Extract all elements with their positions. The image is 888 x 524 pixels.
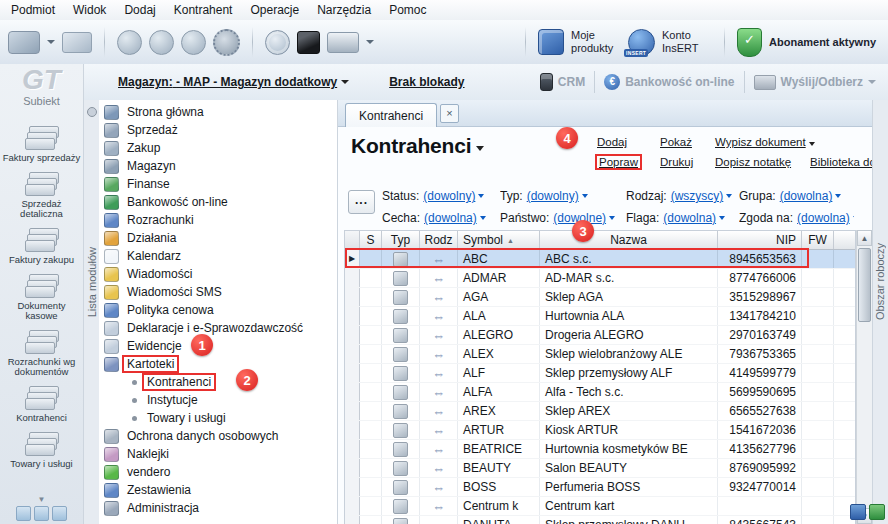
table-row[interactable]: ALA Hurtownia ALA 1341784210: [345, 307, 855, 326]
popraw-link[interactable]: Popraw: [597, 156, 640, 168]
tree-item[interactable]: Magazyn: [99, 157, 337, 175]
row-selector-cell[interactable]: [345, 459, 360, 477]
chevron-down-icon[interactable]: [835, 194, 841, 198]
printer-icon[interactable]: [327, 32, 359, 53]
konto-insert-label[interactable]: Konto InsERT: [662, 29, 712, 54]
rail-module-button[interactable]: Towary i usługi: [0, 432, 83, 470]
wypisz-dokument-link[interactable]: Wypisz dokument: [715, 136, 815, 148]
column-header[interactable]: Nazwa: [540, 231, 718, 249]
table-row[interactable]: ABC ABC s.c. 8945653563: [345, 250, 855, 269]
menu-item[interactable]: Podmiot: [2, 1, 64, 19]
tab-close-button[interactable]: ×: [440, 104, 459, 123]
chevron-down-icon[interactable]: [341, 80, 349, 84]
row-selector-cell[interactable]: [345, 383, 360, 401]
dodaj-link[interactable]: Dodaj: [597, 136, 627, 148]
chevron-down-icon[interactable]: [719, 216, 725, 220]
tree-item[interactable]: Deklaracje i e-Sprawozdawczość: [99, 319, 337, 337]
row-selector-cell[interactable]: [345, 250, 360, 268]
bankowosc-button[interactable]: Bankowość on-line: [604, 74, 734, 90]
menu-item[interactable]: Narzędzia: [308, 1, 380, 19]
rail-module-button[interactable]: Dokumenty kasowe: [0, 274, 83, 322]
magazyn-selector[interactable]: Magazyn: - MAP - Magazyn dodatkowy: [118, 75, 337, 89]
chevron-down-icon[interactable]: [853, 216, 854, 220]
globe-icon[interactable]: [265, 30, 290, 55]
wyslij-odbierz-button[interactable]: Wyślij/Odbierz: [754, 75, 876, 90]
tree-item[interactable]: Naklejki: [99, 445, 337, 463]
view-tile-icon[interactable]: [16, 506, 31, 521]
stamp-icon[interactable]: [117, 30, 142, 55]
table-row[interactable]: AREX Sklep AREX 6565527638: [345, 402, 855, 421]
tray-green-icon[interactable]: [869, 504, 885, 520]
table-row[interactable]: Centrum k Centrum kart: [345, 497, 855, 516]
table-row[interactable]: BOSS Perfumeria BOSS 9324770014: [345, 478, 855, 497]
row-selector-cell[interactable]: [345, 421, 360, 439]
vertical-scrollbar[interactable]: ▲ ▼: [856, 230, 872, 524]
tree-item[interactable]: Zakup: [99, 139, 337, 157]
scrollbar-thumb[interactable]: [858, 248, 871, 322]
table-row[interactable]: AGA Sklep AGA 3515298967: [345, 288, 855, 307]
row-selector-cell[interactable]: [345, 497, 360, 515]
chevron-down-icon[interactable]: [726, 194, 732, 198]
tray-blue-icon[interactable]: [850, 504, 866, 520]
rail-module-button[interactable]: Faktury sprzedaży: [0, 126, 83, 164]
column-header[interactable]: Symbol: [458, 231, 540, 249]
tree-item[interactable]: Administracja: [99, 499, 337, 517]
column-header[interactable]: Rodz: [420, 231, 458, 249]
row-selector-cell[interactable]: [345, 269, 360, 287]
row-selector-cell[interactable]: [345, 440, 360, 458]
dopisz-notatke-link[interactable]: Dopisz notatkę: [715, 156, 791, 168]
table-row[interactable]: ADMAR AD-MAR s.c. 8774766006: [345, 269, 855, 288]
rail-module-button[interactable]: Faktury zakupu: [0, 228, 83, 266]
table-row[interactable]: BEAUTY Salon BEAUTY 8769095992: [345, 459, 855, 478]
row-selector-cell[interactable]: [345, 345, 360, 363]
tree-item[interactable]: vendero: [99, 463, 337, 481]
row-selector-cell[interactable]: [345, 326, 360, 344]
chevron-down-icon[interactable]: [609, 216, 615, 220]
chevron-down-icon[interactable]: [476, 146, 484, 151]
tree-item[interactable]: Rozrachunki: [99, 211, 337, 229]
filter-options-button[interactable]: ...: [348, 190, 375, 214]
tab-kontrahenci[interactable]: Kontrahenci: [345, 103, 437, 127]
tree-item[interactable]: Działania: [99, 229, 337, 247]
tree-item[interactable]: Zestawienia: [99, 481, 337, 499]
row-selector-cell[interactable]: [345, 288, 360, 306]
tree-item[interactable]: Wiadomości SMS: [99, 283, 337, 301]
tree-item[interactable]: Kontrahenci: [99, 373, 337, 391]
drukuj-link[interactable]: Drukuj: [660, 156, 693, 168]
tree-item[interactable]: Ochrona danych osobowych: [99, 427, 337, 445]
rail-module-button[interactable]: Kontrahenci: [0, 386, 83, 424]
table-row[interactable]: ARTUR Kiosk ARTUR 1541672036: [345, 421, 855, 440]
row-selector-cell[interactable]: [345, 516, 360, 524]
tree-item[interactable]: Wiadomości: [99, 265, 337, 283]
crm-button[interactable]: CRM: [540, 73, 585, 91]
tree-item[interactable]: Polityka cenowa: [99, 301, 337, 319]
cube-icon[interactable]: [297, 31, 320, 54]
table-row[interactable]: BEATRICE Hurtownia kosmetyków BE 4135627…: [345, 440, 855, 459]
filter-value-dropdown[interactable]: (dowolny): [527, 189, 579, 203]
filter-value-dropdown[interactable]: (dowolne): [553, 211, 606, 225]
rail-scroll-chevrons[interactable]: ▼: [38, 496, 46, 504]
chevron-down-icon[interactable]: [366, 40, 374, 44]
chevron-down-icon[interactable]: [47, 40, 55, 44]
table-row[interactable]: ALF Sklep przemysłowy ALF 4149599779: [345, 364, 855, 383]
menu-item[interactable]: Kontrahent: [165, 1, 242, 19]
table-row[interactable]: ALFA Alfa - Tech s.c. 5699590695: [345, 383, 855, 402]
rail-module-button[interactable]: Sprzedaż detaliczna: [0, 172, 83, 220]
column-header[interactable]: NIP: [718, 231, 802, 249]
table-row[interactable]: DANUTA Sklep przemysłowy DANU 8435667543: [345, 516, 855, 524]
row-selector-cell[interactable]: [345, 307, 360, 325]
rail-module-button[interactable]: Rozrachunki wg dokumentów: [0, 330, 83, 378]
blokada-link[interactable]: Brak blokady: [389, 75, 464, 89]
tree-item[interactable]: Strona główna: [99, 103, 337, 121]
row-selector-cell[interactable]: [345, 478, 360, 496]
menu-item[interactable]: Dodaj: [115, 1, 164, 19]
tree-item[interactable]: Kartoteki: [99, 355, 337, 373]
gear-icon[interactable]: [213, 29, 240, 56]
menu-item[interactable]: Operacje: [241, 1, 308, 19]
row-selector-cell[interactable]: [345, 402, 360, 420]
filter-value-dropdown[interactable]: (dowolny): [423, 189, 475, 203]
scroll-up-button[interactable]: ▲: [857, 230, 872, 246]
column-header[interactable]: S: [360, 231, 382, 249]
mail-icon[interactable]: [62, 32, 92, 53]
filter-value-dropdown[interactable]: (dowolna): [780, 189, 833, 203]
